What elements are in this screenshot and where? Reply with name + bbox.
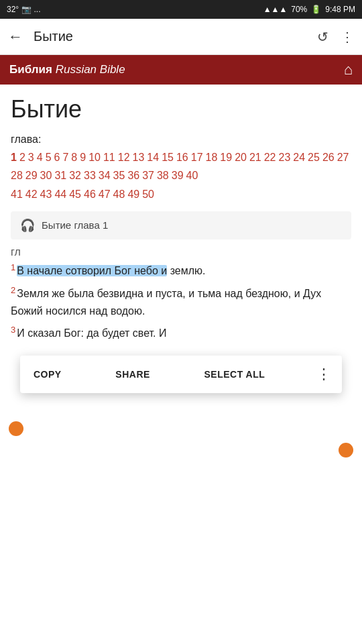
selection-handle-left[interactable] bbox=[9, 421, 23, 436]
chapter-link-47[interactable]: 47 bbox=[99, 189, 111, 200]
verse-2: 2Земля же была безвидна и пуста, и тьма … bbox=[11, 284, 351, 320]
chapter-label: глава: bbox=[11, 133, 41, 145]
chapter-link-20[interactable]: 20 bbox=[235, 152, 247, 163]
brand-name: Библия Russian Bible bbox=[9, 63, 125, 76]
verse-1: 1В начале сотворил Бог небо и землю. bbox=[11, 261, 351, 280]
chapter-link-19[interactable]: 19 bbox=[220, 152, 232, 163]
chapter-link-6[interactable]: 6 bbox=[54, 152, 60, 163]
chapter-link-37[interactable]: 37 bbox=[142, 170, 154, 181]
toolbar-title: Бытие bbox=[34, 29, 317, 44]
chapter-link-7[interactable]: 7 bbox=[62, 152, 68, 163]
chapter-link-28[interactable]: 28 bbox=[11, 170, 23, 181]
battery-level: 70% bbox=[291, 5, 307, 14]
chapter-link-22[interactable]: 22 bbox=[264, 152, 276, 163]
verse-1-selected-text: В начале сотворил Бог небо и bbox=[17, 265, 167, 276]
chapter-link-49[interactable]: 49 bbox=[127, 189, 139, 200]
battery-icon: 🔋 bbox=[311, 5, 321, 14]
chapter-link-12[interactable]: 12 bbox=[118, 152, 130, 163]
audio-bar[interactable]: 🎧 Бытие глава 1 bbox=[11, 211, 351, 239]
share-button[interactable]: SHARE bbox=[109, 356, 157, 393]
chapter-link-26[interactable]: 26 bbox=[322, 152, 335, 163]
status-icons: 📷 ... bbox=[21, 5, 40, 14]
chapter-link-35[interactable]: 35 bbox=[113, 170, 125, 181]
chapter-link-41[interactable]: 41 bbox=[11, 189, 23, 200]
brand-bar: Библия Russian Bible ⌂ bbox=[0, 55, 362, 85]
verse-1-rest: землю. bbox=[170, 265, 206, 276]
back-button[interactable]: ← bbox=[8, 28, 23, 46]
chapter-link-18[interactable]: 18 bbox=[206, 152, 218, 163]
status-right: ▲▲▲ 70% 🔋 9:48 PM bbox=[263, 5, 355, 14]
top-toolbar: ← Бытие ↺ ⋮ bbox=[0, 19, 362, 55]
home-button[interactable]: ⌂ bbox=[344, 61, 353, 78]
context-more-button[interactable]: ⋮ bbox=[312, 366, 335, 383]
refresh-button[interactable]: ↺ bbox=[317, 29, 328, 45]
main-content: Бытие глава: 123456789101112131415161718… bbox=[0, 85, 362, 239]
book-title: Бытие bbox=[11, 95, 351, 123]
status-left: 32° 📷 ... bbox=[7, 5, 41, 14]
verse-3-text: И сказал Бог: да будет свет. И bbox=[17, 328, 166, 339]
audio-label: Бытие глава 1 bbox=[42, 219, 108, 231]
context-menu: COPY SHARE SELECT ALL ⋮ bbox=[20, 356, 342, 393]
selection-handle-right[interactable] bbox=[339, 443, 353, 458]
brand-name-main: Библия bbox=[9, 63, 52, 76]
chapter-link-48[interactable]: 48 bbox=[113, 189, 125, 200]
verse-3-number: 3 bbox=[11, 325, 15, 335]
copy-button[interactable]: COPY bbox=[27, 356, 68, 393]
chapter-link-11[interactable]: 11 bbox=[103, 152, 115, 163]
chapter-link-27[interactable]: 27 bbox=[337, 152, 349, 163]
chapter-link-29[interactable]: 29 bbox=[25, 170, 38, 181]
status-temp: 32° bbox=[7, 5, 19, 14]
chapter-link-36[interactable]: 36 bbox=[127, 170, 139, 181]
chapter-link-25[interactable]: 25 bbox=[308, 152, 320, 163]
chapter-link-32[interactable]: 32 bbox=[69, 170, 81, 181]
chapter-link-46[interactable]: 46 bbox=[84, 189, 96, 200]
verse-3: 3И сказал Бог: да будет свет. И bbox=[11, 323, 351, 342]
chapter-link-10[interactable]: 10 bbox=[88, 152, 101, 163]
chapter-link-31[interactable]: 31 bbox=[54, 170, 66, 181]
chapter-link-21[interactable]: 21 bbox=[249, 152, 261, 163]
chapter-link-5[interactable]: 5 bbox=[46, 152, 52, 163]
chapter-link-45[interactable]: 45 bbox=[69, 189, 81, 200]
signal-icon: ▲▲▲ bbox=[263, 5, 288, 14]
chapter-link-43[interactable]: 43 bbox=[40, 189, 52, 200]
chapter-link-42[interactable]: 42 bbox=[25, 189, 38, 200]
chapter-link-1[interactable]: 1 bbox=[11, 152, 17, 163]
more-button[interactable]: ⋮ bbox=[341, 29, 354, 45]
chapter-link-24[interactable]: 24 bbox=[293, 152, 305, 163]
time-display: 9:48 PM bbox=[325, 5, 355, 14]
chapter-link-4[interactable]: 4 bbox=[37, 152, 43, 163]
audio-icon: 🎧 bbox=[20, 218, 35, 233]
chapter-link-30[interactable]: 30 bbox=[40, 170, 52, 181]
chapter-link-13[interactable]: 13 bbox=[133, 152, 145, 163]
chapter-link-38[interactable]: 38 bbox=[157, 170, 169, 181]
verse-2-number: 2 bbox=[11, 285, 15, 295]
verse-2-text: Земля же была безвидна и пуста, и тьма н… bbox=[11, 288, 321, 317]
chapter-link-8[interactable]: 8 bbox=[71, 152, 77, 163]
status-bar: 32° 📷 ... ▲▲▲ 70% 🔋 9:48 PM bbox=[0, 0, 362, 19]
chapter-link-15[interactable]: 15 bbox=[162, 152, 174, 163]
chapter-nav: глава: 123456789101112131415161718192021… bbox=[11, 130, 351, 203]
select-all-button[interactable]: SELECT ALL bbox=[198, 356, 272, 393]
chapter-link-9[interactable]: 9 bbox=[80, 152, 86, 163]
chapter-link-33[interactable]: 33 bbox=[84, 170, 96, 181]
toolbar-icons: ↺ ⋮ bbox=[317, 29, 354, 45]
chapter-link-40[interactable]: 40 bbox=[186, 170, 198, 181]
chapter-link-3[interactable]: 3 bbox=[28, 152, 34, 163]
bible-text: 1В начале сотворил Бог небо и землю. 2Зе… bbox=[0, 261, 362, 342]
chapter-link-34[interactable]: 34 bbox=[99, 170, 111, 181]
chapter-link-50[interactable]: 50 bbox=[142, 189, 154, 200]
brand-name-sub: Russian Bible bbox=[56, 63, 125, 76]
chapter-link-39[interactable]: 39 bbox=[172, 170, 184, 181]
chapter-link-2[interactable]: 2 bbox=[19, 152, 25, 163]
chapter-link-14[interactable]: 14 bbox=[147, 152, 159, 163]
chapter-small-heading: гл bbox=[0, 246, 362, 258]
verse-1-number: 1 bbox=[11, 262, 15, 272]
chapter-link-17[interactable]: 17 bbox=[191, 152, 203, 163]
chapter-link-16[interactable]: 16 bbox=[176, 152, 188, 163]
chapter-link-44[interactable]: 44 bbox=[54, 189, 66, 200]
chapter-link-23[interactable]: 23 bbox=[279, 152, 291, 163]
